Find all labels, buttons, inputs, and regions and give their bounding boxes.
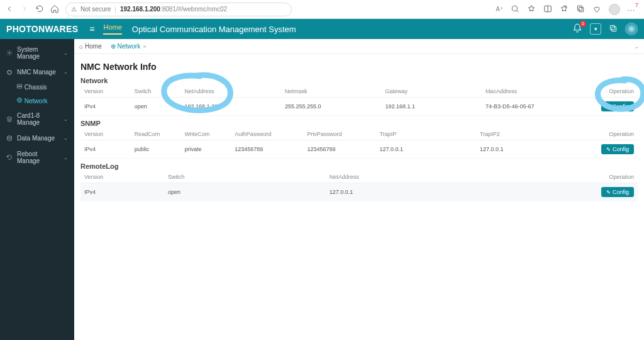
address-bar[interactable]: ⚠ Not secure | 192.168.1.200:8081/#/webn…	[65, 3, 292, 16]
sidebar-item-label: System Manage	[17, 46, 59, 60]
col-priv: PrivPassword	[303, 128, 375, 140]
svg-point-0	[512, 6, 517, 11]
collections-icon[interactable]	[576, 4, 585, 14]
bell-badge: 0	[580, 21, 586, 27]
expand-icon[interactable]: ⌄	[634, 43, 639, 50]
cell-auth: 123456789	[231, 140, 303, 159]
snmp-table: Version ReadCom WriteCom AuthPassword Pr…	[80, 128, 638, 159]
cell-writecom: private	[180, 140, 231, 159]
cell-trapip: 127.0.0.1	[376, 140, 476, 159]
cell-switch: open	[131, 98, 181, 116]
sidebar-item-label: Data Manage	[17, 135, 55, 142]
copy-icon[interactable]	[609, 24, 618, 35]
cell-readcom: public	[131, 140, 181, 159]
home-icon[interactable]	[50, 4, 59, 14]
cell-version: IPv4	[80, 183, 164, 201]
sidebar-sub-label: Network	[25, 98, 48, 105]
home-icon: ⌂	[79, 43, 83, 50]
zoom-icon[interactable]	[511, 4, 519, 14]
svg-point-6	[9, 52, 11, 54]
layers-icon	[6, 116, 13, 122]
dropdown-icon[interactable]: ▾	[590, 23, 601, 35]
close-tab-icon[interactable]: ×	[143, 43, 146, 50]
sidebar-item-reboot-manage[interactable]: Reboot Manage ⌄	[0, 146, 74, 169]
col-netmask: Netmask	[281, 86, 381, 98]
table-row: IPv4 open 127.0.0.1 Config	[80, 183, 638, 201]
brand[interactable]: PHOTONWARES	[6, 24, 78, 34]
cell-mac: 74-B3-D5-46-05-67	[482, 98, 582, 116]
col-netaddress: NetAddress	[326, 171, 577, 183]
profile-avatar[interactable]	[609, 4, 620, 15]
content-area: ⌂ Home ⊕ Network × ⌄ NMC Network Info Ne…	[74, 39, 644, 340]
chevron-down-icon: ⌄	[64, 116, 68, 122]
cell-trapip2: 127.0.0.1	[476, 140, 576, 159]
col-switch: Switch	[131, 86, 181, 98]
menu-toggle-icon[interactable]: ≡	[89, 24, 94, 34]
col-version: Version	[80, 171, 164, 183]
svg-rect-2	[577, 6, 582, 10]
text-size-icon[interactable]: A⁺	[496, 6, 503, 13]
cell-version: IPv4	[80, 98, 131, 116]
gear-icon	[6, 50, 13, 56]
split-icon[interactable]	[543, 4, 552, 14]
sidebar-sub-label: Chassis	[25, 84, 47, 91]
chevron-down-icon: ⌄	[64, 69, 68, 75]
svg-rect-3	[579, 7, 583, 11]
table-header-row: Version ReadCom WriteCom AuthPassword Pr…	[80, 128, 638, 140]
config-button[interactable]: Config	[601, 144, 634, 154]
cpu-icon	[6, 69, 13, 76]
chevron-down-icon: ⌄	[64, 135, 68, 141]
svg-rect-5	[612, 26, 616, 31]
back-icon[interactable]	[5, 4, 14, 14]
app-topbar: PHOTONWARES ≡ Home Optical Communication…	[0, 19, 644, 39]
refresh-icon	[6, 154, 13, 161]
svg-rect-4	[610, 25, 614, 30]
url-path: :8081/#/webnmc/nmc02	[160, 6, 227, 13]
insecure-label: Not secure	[80, 6, 111, 13]
sidebar-sub-chassis[interactable]: Chassis	[0, 80, 74, 94]
col-version: Version	[80, 128, 131, 140]
sidebar-sub-network[interactable]: Network	[0, 94, 74, 108]
cell-priv: 123456789	[303, 140, 375, 159]
favorites-icon[interactable]	[560, 4, 569, 14]
sidebar-item-data-manage[interactable]: Data Manage ⌄	[0, 130, 74, 146]
more-icon[interactable]: ···7	[628, 4, 639, 14]
table-row: IPv4 public private 123456789 123456789 …	[80, 140, 638, 159]
chevron-down-icon: ⌄	[64, 50, 68, 56]
svg-point-11	[8, 135, 12, 137]
col-switch: Switch	[164, 171, 326, 183]
database-icon	[6, 135, 13, 142]
sidebar-item-label: Card1-8 Manage	[17, 112, 59, 126]
col-version: Version	[80, 86, 131, 98]
reload-icon[interactable]	[35, 4, 44, 14]
globe-icon	[16, 97, 23, 103]
forward-icon[interactable]	[20, 4, 29, 14]
cell-netaddress: 192.168.1.200	[180, 98, 280, 116]
config-button[interactable]: Config	[601, 101, 634, 111]
config-button[interactable]: Config	[601, 187, 634, 197]
crumb-home[interactable]: Home	[85, 43, 102, 50]
star-icon[interactable]	[527, 4, 536, 14]
bell-icon[interactable]: 0	[572, 23, 582, 35]
sidebar-item-card-manage[interactable]: Card1-8 Manage ⌄	[0, 108, 74, 130]
chevron-down-icon: ⌄	[64, 155, 68, 161]
sidebar-item-nmc-manage[interactable]: NMC Manage ⌄	[0, 64, 74, 80]
col-operation: Operation	[576, 128, 638, 140]
remotelog-table: Version Switch NetAddress Operation IPv4…	[80, 171, 638, 201]
col-operation: Operation	[577, 171, 638, 183]
user-orb-icon[interactable]	[625, 23, 638, 35]
col-auth: AuthPassword	[231, 128, 303, 140]
extensions-icon[interactable]	[592, 4, 601, 14]
cell-version: IPv4	[80, 140, 131, 159]
crumb-tab-network[interactable]: ⊕ Network	[111, 43, 140, 50]
browser-chrome: ⚠ Not secure | 192.168.1.200:8081/#/webn…	[0, 0, 644, 19]
col-readcom: ReadCom	[131, 128, 181, 140]
insecure-icon: ⚠	[71, 6, 77, 13]
nav-home[interactable]: Home	[103, 23, 121, 35]
sidebar-item-system-manage[interactable]: System Manage ⌄	[0, 42, 74, 64]
sidebar: System Manage ⌄ NMC Manage ⌄ Chassis Net…	[0, 39, 74, 340]
breadcrumb: ⌂ Home ⊕ Network × ⌄	[74, 39, 644, 54]
sidebar-item-label: NMC Manage	[17, 69, 56, 76]
col-gateway: Gateway	[381, 86, 481, 98]
svg-rect-7	[8, 71, 11, 74]
